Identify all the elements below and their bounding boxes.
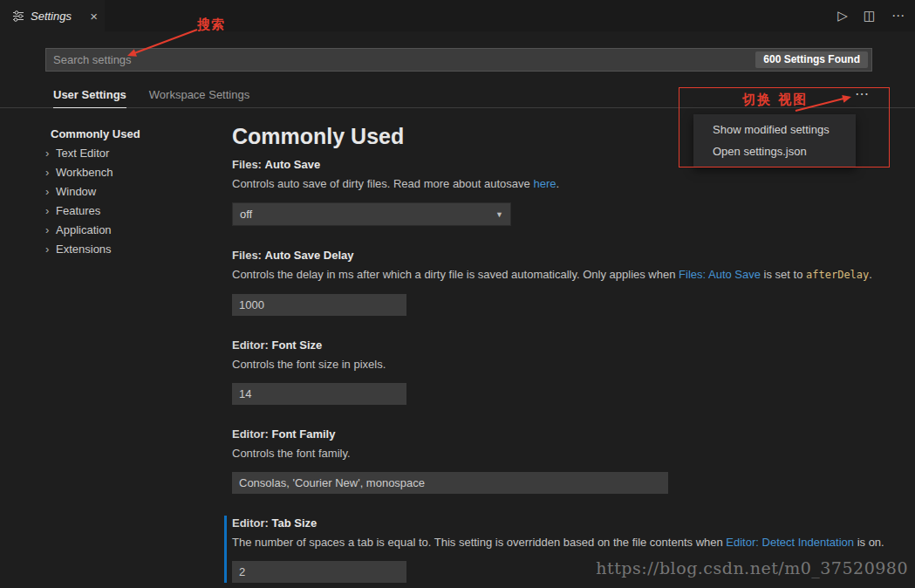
toc-item-window[interactable]: › Window	[45, 181, 215, 201]
settings-tab[interactable]: Settings ×	[0, 0, 105, 31]
settings-section-heading: Commonly Used	[232, 124, 404, 149]
setting-section-auto-save-delay: Files: Auto Save Delay Controls the dela…	[224, 248, 885, 316]
toc-item-application[interactable]: › Application	[45, 220, 215, 239]
results-count-badge: 600 Settings Found	[755, 51, 868, 68]
run-icon[interactable]: ▷	[837, 8, 848, 24]
settings-list: Files: Auto Save Controls auto save of d…	[224, 157, 885, 588]
toc-item-workbench[interactable]: › Workbench	[45, 162, 215, 181]
font-size-input[interactable]	[232, 383, 406, 405]
setting-section-font-family: Editor: Font Family Controls the font fa…	[224, 427, 885, 494]
menu-item-open-settings-json[interactable]: Open settings.json	[693, 140, 856, 162]
context-menu: Show modified settings Open settings.jso…	[693, 114, 856, 167]
setting-description: Controls auto save of dirty files. Read …	[232, 175, 885, 192]
menu-item-show-modified-settings[interactable]: Show modified settings	[693, 119, 856, 140]
setting-description: Controls the font family.	[232, 445, 885, 462]
after-delay-code: afterDelay	[806, 269, 869, 281]
setting-description: The number of spaces a tab is equal to. …	[232, 534, 885, 550]
settings-toc: Commonly Used › Text Editor › Workbench …	[45, 124, 215, 258]
split-editor-icon[interactable]: ◫	[864, 8, 876, 24]
settings-sliders-icon	[12, 10, 24, 22]
annotation-view-label: 切换 视图	[742, 92, 808, 108]
toc-item-commonly-used[interactable]: Commonly Used	[45, 124, 215, 143]
autosave-here-link[interactable]: here	[533, 177, 556, 190]
setting-title: Editor: Font Family	[232, 427, 885, 442]
setting-section-font-size: Editor: Font Size Controls the font size…	[224, 338, 885, 405]
tab-workspace-settings[interactable]: Workspace Settings	[149, 88, 249, 107]
tab-close-icon[interactable]: ×	[90, 10, 98, 23]
settings-more-actions-icon[interactable]: ⋯	[855, 85, 870, 102]
setting-description: Controls the font size in pixels.	[232, 356, 885, 373]
setting-title: Editor: Tab Size	[232, 516, 885, 531]
setting-title: Files: Auto Save Delay	[232, 248, 885, 263]
auto-save-delay-input[interactable]	[232, 294, 406, 316]
chevron-right-icon: ›	[45, 223, 56, 236]
annotation-search-label: 搜索	[197, 17, 225, 33]
setting-description: Controls the delay in ms after which a d…	[232, 266, 885, 284]
window-more-actions-icon[interactable]: ⋯	[891, 8, 905, 24]
toc-item-extensions[interactable]: › Extensions	[45, 239, 215, 258]
editor-tab-strip: Settings × ▷ ◫ ⋯	[0, 0, 915, 31]
toc-item-features[interactable]: › Features	[45, 201, 215, 220]
chevron-right-icon: ›	[45, 185, 56, 198]
watermark: https://blog.csdn.net/m0_37520980	[596, 558, 908, 578]
search-input[interactable]	[46, 49, 755, 71]
tab-size-input[interactable]	[232, 561, 406, 583]
tab-user-settings[interactable]: User Settings	[53, 88, 126, 108]
settings-search-bar: 600 Settings Found	[45, 48, 872, 72]
dropdown-arrow-icon: ▼	[495, 210, 503, 219]
tab-label: Settings	[31, 10, 72, 23]
chevron-right-icon: ›	[45, 147, 56, 160]
auto-save-select[interactable]: off ▼	[232, 202, 511, 226]
chevron-right-icon: ›	[45, 243, 56, 256]
files-auto-save-link[interactable]: Files: Auto Save	[679, 268, 761, 281]
chevron-right-icon: ›	[45, 204, 56, 217]
setting-section-auto-save: Files: Auto Save Controls auto save of d…	[224, 157, 885, 226]
chevron-right-icon: ›	[45, 166, 56, 179]
detect-indentation-link[interactable]: Editor: Detect Indentation	[726, 536, 854, 549]
toc-item-text-editor[interactable]: › Text Editor	[45, 143, 215, 162]
font-family-input[interactable]	[232, 472, 668, 494]
setting-title: Editor: Font Size	[232, 338, 885, 353]
